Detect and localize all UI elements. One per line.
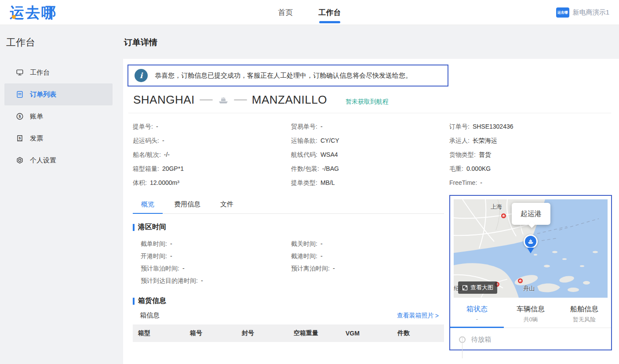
field-cutoff-port: 截港时间:-: [291, 250, 335, 262]
col-container-no: 箱号: [185, 329, 237, 337]
ship-icon: [218, 96, 229, 105]
tracking-tabs: 箱状态 - 车辆信息 共0辆 船舶信息 暂无风险: [450, 301, 611, 328]
top-bar: 运去哪 首页 工作台 运去哪 新电商演示1: [0, 0, 619, 25]
field-order-no: 订单号:SHSE1302436: [449, 119, 612, 133]
col-empty-weight: 空箱重量: [288, 329, 340, 337]
map[interactable]: 上海 舟山 绍兴 起运港 查看大图: [454, 199, 608, 298]
monitor-icon: [16, 68, 24, 76]
expand-icon: [462, 285, 468, 291]
field-carrier: 承运人:长荣海运: [449, 133, 612, 148]
field-etd-berth: 预计离泊时间:-: [291, 262, 335, 274]
field-trade-no: 贸易单号:-: [291, 119, 449, 133]
sidebar-item-bills[interactable]: $ 账单: [4, 105, 113, 127]
sidebar-item-label: 订单列表: [30, 90, 56, 99]
route-dash: [234, 99, 247, 101]
main-content: 订单详情 i 恭喜您，订舱信息已提交成功，客服正在人工处理中，订舱确认信息将会尽…: [123, 25, 619, 364]
field-route-code: 航线代码:WSA4: [291, 148, 449, 162]
sidebar-item-label: 个人设置: [30, 156, 56, 165]
sidebar-item-invoices[interactable]: $ 发票: [4, 127, 113, 149]
field-bl-type: 提单类型:MB/L: [291, 176, 449, 190]
field-gross-weight: 毛重:0.000KG: [449, 162, 612, 176]
sidebar-item-workbench[interactable]: 工作台: [4, 61, 113, 83]
tab-vessel-info[interactable]: 船舶信息 暂无风险: [557, 301, 611, 328]
pin-ship-icon: [527, 238, 534, 245]
port-times-left: 截单时间:- 开港时间:- 预计靠泊时间:- 预计到达目的港时间:-: [141, 238, 291, 287]
order-info-col3: 订单号:SHSE1302436 承运人:长荣海运 货物类型:普货 毛重:0.00…: [449, 119, 612, 190]
map-label-zhoushan: 舟山: [523, 285, 535, 292]
order-info-grid: 提单号:- 起运码头:- 船名/航次:-/- 箱型箱量:20GP*1 体积:12…: [127, 119, 612, 190]
svg-text:$: $: [18, 114, 21, 119]
sidebar-item-label: 发票: [30, 134, 43, 143]
port-times-right: 截关时间:- 截港时间:- 预计离泊时间:-: [291, 238, 335, 287]
col-pieces: 件数: [392, 329, 444, 337]
nav-home[interactable]: 首页: [278, 0, 293, 25]
active-tab-underline: [319, 21, 340, 23]
tab-files[interactable]: 文件: [212, 195, 242, 213]
map-label-shanghai: 上海: [491, 203, 502, 211]
map-marker-shanghai: [501, 213, 506, 218]
field-eta-destination: 预计到达目的港时间:-: [141, 274, 291, 287]
destination-port: MANZANILLO: [252, 93, 327, 107]
field-container-type-qty: 箱型箱量:20GP*1: [133, 162, 291, 176]
section-bar: [133, 224, 135, 231]
route-dash: [200, 99, 213, 101]
sidebar-item-label: 账单: [30, 112, 43, 121]
view-packing-photos-link[interactable]: 查看装箱照片>: [397, 312, 439, 320]
settings-icon: [16, 156, 24, 164]
origin-port-pin[interactable]: [524, 234, 538, 249]
nav-workbench[interactable]: 工作台: [319, 0, 341, 25]
sidebar-item-label: 工作台: [30, 68, 50, 77]
tracking-panel: 上海 舟山 绍兴 起运港 查看大图: [449, 195, 612, 350]
field-cargo-type: 货物类型:普货: [449, 148, 612, 162]
invoice-icon: $: [16, 134, 24, 142]
sidebar-item-order-list[interactable]: 订单列表: [4, 83, 113, 105]
info-icon: i: [135, 69, 148, 82]
field-origin-terminal: 起运码头:-: [133, 133, 291, 148]
tab-overview[interactable]: 概览: [133, 195, 163, 213]
sidebar-title: 工作台: [0, 25, 123, 61]
divider: [128, 113, 611, 113]
section-bar: [133, 298, 135, 305]
tab-container-status[interactable]: 箱状态 -: [450, 301, 504, 328]
field-eta-berth: 预计靠泊时间:-: [141, 262, 291, 274]
origin-port: SHANGHAI: [133, 93, 195, 107]
page-title: 订单详情: [123, 25, 619, 59]
tab-vehicle-info[interactable]: 车辆信息 共0辆: [504, 301, 557, 328]
field-vessel-voyage: 船名/航次:-/-: [133, 148, 291, 162]
port-times-grid: 截单时间:- 开港时间:- 预计靠泊时间:- 预计到达目的港时间:- 截关时间:…: [133, 232, 444, 288]
container-table-header: 箱型 箱号 封号 空箱重量 VGM 件数: [133, 324, 444, 342]
container-status-timeline: 待放箱: [450, 328, 611, 344]
svg-text:$: $: [19, 136, 21, 140]
timeline-connector: [462, 336, 462, 358]
view-large-map-button[interactable]: 查看大图: [458, 281, 497, 294]
nav-workbench-label: 工作台: [319, 8, 341, 17]
col-container-type: 箱型: [133, 329, 185, 337]
field-pieces-packaging: 件数/包装:-/BAG: [291, 162, 449, 176]
sidebar: 工作台 工作台 订单列表 $ 账单 $ 发票: [0, 25, 123, 364]
cargo-info-title: 箱货信息: [133, 296, 444, 306]
order-info-col1: 提单号:- 起运码头:- 船名/航次:-/- 箱型箱量:20GP*1 体积:12…: [133, 119, 291, 190]
field-freetime: FreeTime:-: [449, 176, 612, 190]
col-seal-no: 封号: [237, 329, 288, 337]
col-vgm: VGM: [340, 330, 392, 337]
port-times-title: 港区时间: [133, 223, 444, 232]
tab-fees[interactable]: 费用信息: [166, 195, 209, 213]
order-info-col2: 贸易单号:- 运输条款:CY/CY 航线代码:WSA4 件数/包装:-/BAG …: [291, 119, 449, 190]
sidebar-item-settings[interactable]: 个人设置: [4, 149, 113, 171]
banner-text: 恭喜您，订舱信息已提交成功，客服正在人工处理中，订舱确认信息将会尽快发送给您。: [155, 72, 412, 80]
chevron-right-icon: >: [435, 312, 439, 319]
container-info-subtitle: 箱信息: [140, 311, 160, 320]
field-cutoff-doc: 截单时间:-: [141, 238, 291, 250]
route-header: SHANGHAI MANZANILLO 暂未获取到航程: [133, 93, 612, 107]
field-volume: 体积:12.0000m³: [133, 176, 291, 190]
origin-port-tooltip: 起运港: [512, 203, 550, 225]
success-banner: i 恭喜您，订舱信息已提交成功，客服正在人工处理中，订舱确认信息将会尽快发送给您…: [127, 65, 448, 86]
field-cutoff-customs: 截关时间:-: [291, 238, 335, 250]
map-marker-zhoushan: [518, 278, 523, 283]
bill-icon: $: [16, 112, 24, 120]
top-nav: 首页 工作台: [0, 0, 619, 25]
voyage-status-link[interactable]: 暂未获取到航程: [346, 98, 389, 106]
order-detail-card: i 恭喜您，订舱信息已提交成功，客服正在人工处理中，订舱确认信息将会尽快发送给您…: [123, 59, 619, 364]
detail-left-column: 概览 费用信息 文件 港区时间 截单时间:- 开港时间:- 预计靠泊时间:-: [133, 195, 444, 342]
field-port-open: 开港时间:-: [141, 250, 291, 262]
